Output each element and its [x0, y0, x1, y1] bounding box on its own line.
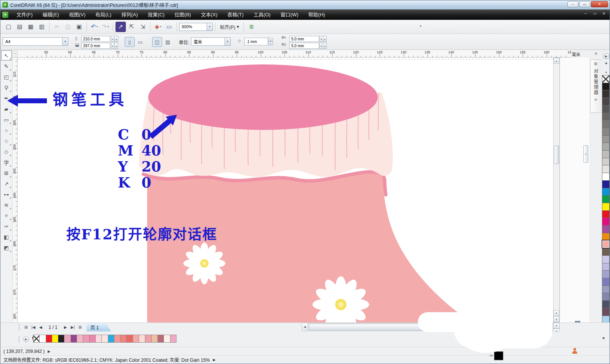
docker-close-icon[interactable]: ✕	[594, 98, 597, 102]
palette-swatch[interactable]	[602, 143, 610, 151]
page-width-input[interactable]: 210.0 mm	[81, 36, 110, 42]
document-palette-swatch[interactable]	[170, 335, 177, 343]
document-palette-swatch[interactable]	[46, 335, 52, 343]
palette-swatch[interactable]	[602, 233, 610, 241]
palette-swatch[interactable]	[602, 83, 610, 91]
nudge-offset-input[interactable]: .1 mm	[244, 38, 268, 45]
document-palette-swatch[interactable]	[139, 335, 145, 343]
document-palette-swatch[interactable]	[58, 335, 64, 343]
outline-pen-tool[interactable]: ✑	[1, 221, 12, 231]
document-restore-button[interactable]: ▭	[591, 11, 598, 16]
units-select[interactable]: 毫米 ▾	[191, 37, 231, 46]
import-button[interactable]: ↗	[116, 22, 126, 32]
menu-item-1[interactable]: 编辑(E)	[38, 10, 64, 20]
redo-button[interactable]: ↷▾	[100, 22, 111, 32]
ellipse-tool[interactable]: ○	[1, 125, 12, 135]
palette-swatch[interactable]	[602, 113, 610, 121]
palette-pin-icon[interactable]: ✚	[603, 61, 610, 66]
document-palette-swatch[interactable]	[52, 335, 58, 343]
palette-swatch[interactable]	[602, 308, 610, 316]
basic-shapes-tool[interactable]: ◇	[1, 146, 12, 157]
save-button[interactable]: ▦	[26, 22, 36, 32]
app-menu-icon[interactable]: ✦	[2, 12, 8, 18]
text-tool[interactable]: 字	[1, 157, 12, 167]
fill-tool[interactable]: ◧	[1, 232, 12, 242]
document-palette-swatch[interactable]	[164, 335, 170, 343]
paste-button[interactable]: ▣	[74, 22, 84, 32]
welcome-screen-button[interactable]: ▭	[164, 22, 174, 32]
table-tool[interactable]: ⊞	[1, 168, 12, 178]
palette-swatch[interactable]	[602, 293, 610, 301]
palette-swatch[interactable]	[602, 120, 610, 128]
palette-swatch[interactable]	[602, 270, 610, 278]
palette-scroll-up-icon[interactable]: ▴	[603, 69, 610, 75]
page-height-input[interactable]: 297.0 mm	[81, 43, 110, 49]
connector-tool[interactable]: ⊶	[1, 189, 12, 199]
menu-item-5[interactable]: 效果(C)	[143, 10, 170, 20]
palette-swatch[interactable]	[602, 90, 610, 98]
menu-item-9[interactable]: 工具(O)	[249, 10, 276, 20]
application-launcher-button[interactable]: ◈▾	[153, 22, 163, 32]
document-palette-swatch[interactable]	[33, 335, 40, 343]
scroll-down-icon[interactable]: ▾	[553, 323, 560, 329]
new-document-button[interactable]: ▢	[3, 22, 14, 32]
palette-swatch[interactable]	[602, 255, 610, 263]
document-palette-swatch[interactable]	[77, 335, 83, 343]
toolbar-overflow-icon[interactable]: ▾	[420, 24, 421, 28]
document-palette-swatch[interactable]	[108, 335, 114, 343]
all-pages-button[interactable]: ◫	[152, 37, 162, 47]
page-height-spinner[interactable]: ▾▴	[111, 43, 118, 49]
export-button[interactable]: ⇱	[127, 22, 137, 32]
copy-button[interactable]: ◫	[63, 22, 73, 32]
object-manager-docker-tab[interactable]: ⊞ 对象管理器 ✕	[590, 59, 601, 113]
menu-item-3[interactable]: 布局(L)	[90, 10, 116, 20]
palette-swatch[interactable]	[602, 210, 610, 218]
flyout-arrow-icon[interactable]: ▶	[213, 358, 216, 362]
duplicate-y-spinner[interactable]: ▾▴	[320, 43, 327, 49]
palette-swatch[interactable]	[602, 263, 610, 271]
menu-item-7[interactable]: 文本(X)	[196, 10, 222, 20]
palette-swatch[interactable]	[602, 75, 610, 83]
palette-swatch[interactable]	[602, 300, 610, 308]
drag-grip[interactable]	[19, 324, 20, 330]
portrait-button[interactable]: ▯	[125, 37, 135, 47]
menu-item-4[interactable]: 排列(A)	[116, 10, 143, 20]
palette-swatch[interactable]	[602, 128, 610, 136]
palette-swatch[interactable]	[602, 240, 610, 248]
palette-swatch[interactable]	[602, 203, 610, 211]
document-palette-flyout-icon[interactable]: ▶	[23, 336, 29, 342]
nudge-spinner[interactable]: ▴▾	[268, 38, 273, 45]
scroll-up-icon[interactable]: ▴	[554, 58, 559, 64]
close-button[interactable]: ✕	[591, 1, 608, 7]
sign-in-user-icon[interactable]	[572, 348, 577, 354]
document-palette-swatch[interactable]	[133, 335, 139, 343]
rectangle-tool[interactable]: ▭	[1, 114, 12, 125]
palette-swatch[interactable]	[602, 195, 610, 203]
scroll-left-icon[interactable]: ◀	[302, 323, 308, 331]
document-palette-swatch[interactable]	[145, 335, 151, 343]
document-palette-swatch[interactable]	[151, 335, 158, 343]
document-palette-swatch[interactable]	[89, 335, 96, 343]
document-palette-swatch[interactable]	[120, 335, 127, 343]
palette-swatch[interactable]	[602, 278, 610, 286]
shape-tool[interactable]: ✎	[1, 61, 12, 71]
document-palette-scroll-icon[interactable]: ◀	[602, 336, 604, 340]
docker-splitter-handle[interactable]: ≡	[583, 145, 588, 163]
palette-swatch[interactable]	[602, 105, 610, 113]
outline-color-indicator[interactable]: ✑	[490, 351, 503, 360]
dimension-tool[interactable]: ↗	[1, 178, 12, 189]
pick-tool[interactable]: ↖	[1, 50, 12, 61]
blend-tool[interactable]: ≋	[1, 200, 12, 210]
palette-swatch[interactable]	[602, 285, 610, 293]
add-page-button[interactable]: ⊞	[77, 325, 83, 329]
document-palette-swatch[interactable]	[71, 335, 77, 343]
duplicate-distance-y-input[interactable]: 5.0 mm	[289, 43, 319, 49]
palette-swatch[interactable]	[602, 173, 610, 181]
menu-item-8[interactable]: 表格(T)	[222, 10, 249, 20]
first-page-button[interactable]: |◀	[29, 325, 37, 329]
menu-item-0[interactable]: 文件(F)	[11, 10, 38, 20]
document-palette-swatch[interactable]	[95, 335, 102, 343]
palette-swatch[interactable]	[602, 180, 610, 188]
chevron-down-icon[interactable]: ▾	[225, 38, 230, 45]
document-palette-swatch[interactable]	[101, 335, 108, 343]
